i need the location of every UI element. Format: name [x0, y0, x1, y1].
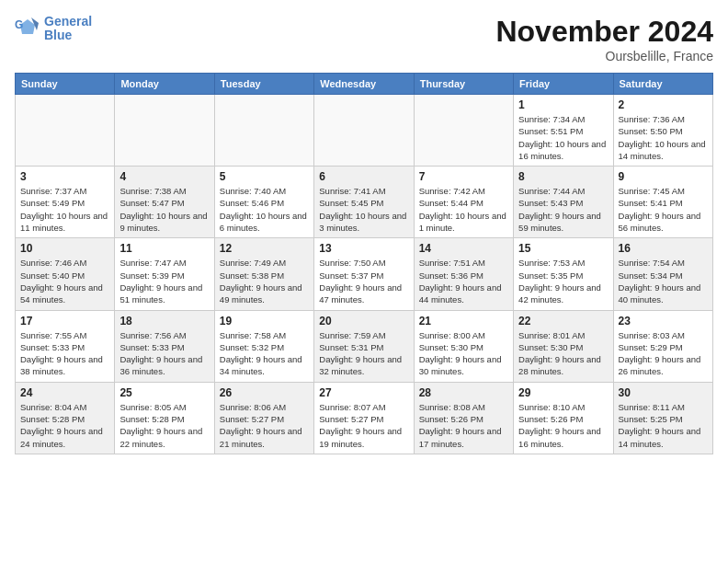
day-number: 1 [518, 98, 608, 111]
day-info: Sunrise: 7:59 AM Sunset: 5:31 PM Dayligh… [319, 329, 408, 378]
day-number: 18 [119, 315, 209, 327]
calendar-cell: 23Sunrise: 8:03 AM Sunset: 5:29 PM Dayli… [613, 310, 712, 382]
week-row-1: 1Sunrise: 7:34 AM Sunset: 5:51 PM Daylig… [16, 95, 713, 167]
day-info: Sunrise: 8:06 AM Sunset: 5:27 PM Dayligh… [220, 401, 309, 450]
day-number: 2 [619, 98, 708, 111]
day-info: Sunrise: 7:45 AM Sunset: 5:41 PM Dayligh… [619, 185, 708, 234]
calendar-cell: 14Sunrise: 7:51 AM Sunset: 5:36 PM Dayli… [414, 238, 513, 310]
day-info: Sunrise: 7:56 AM Sunset: 5:33 PM Dayligh… [119, 329, 209, 378]
month-title: November 2024 [495, 15, 713, 49]
calendar-cell: 12Sunrise: 7:49 AM Sunset: 5:38 PM Dayli… [214, 238, 313, 310]
day-number: 30 [619, 386, 708, 399]
day-number: 13 [319, 242, 408, 255]
calendar-cell: 13Sunrise: 7:50 AM Sunset: 5:37 PM Dayli… [314, 238, 414, 310]
day-info: Sunrise: 7:49 AM Sunset: 5:38 PM Dayligh… [220, 257, 309, 305]
col-friday: Friday [514, 74, 613, 95]
col-monday: Monday [115, 74, 214, 95]
day-number: 26 [220, 386, 309, 399]
day-number: 20 [319, 315, 408, 327]
col-wednesday: Wednesday [314, 74, 414, 95]
day-info: Sunrise: 7:38 AM Sunset: 5:47 PM Dayligh… [119, 185, 209, 234]
col-thursday: Thursday [414, 74, 513, 95]
calendar-cell: 21Sunrise: 8:00 AM Sunset: 5:30 PM Dayli… [414, 310, 513, 382]
calendar-cell [16, 95, 115, 167]
day-info: Sunrise: 8:00 AM Sunset: 5:30 PM Dayligh… [419, 329, 508, 378]
calendar-page: G General Blue November 2024 Oursbelille… [0, 0, 728, 563]
calendar-cell: 17Sunrise: 7:55 AM Sunset: 5:33 PM Dayli… [16, 310, 115, 382]
calendar-cell: 20Sunrise: 7:59 AM Sunset: 5:31 PM Dayli… [314, 310, 414, 382]
calendar-cell: 10Sunrise: 7:46 AM Sunset: 5:40 PM Dayli… [16, 238, 115, 310]
week-row-2: 3Sunrise: 7:37 AM Sunset: 5:49 PM Daylig… [16, 167, 713, 238]
day-number: 9 [619, 170, 708, 183]
day-number: 11 [119, 242, 209, 255]
calendar-cell: 1Sunrise: 7:34 AM Sunset: 5:51 PM Daylig… [514, 95, 613, 167]
day-number: 27 [319, 386, 408, 399]
page-header: G General Blue November 2024 Oursbelille… [15, 15, 713, 63]
day-info: Sunrise: 7:44 AM Sunset: 5:43 PM Dayligh… [518, 185, 608, 234]
day-info: Sunrise: 8:05 AM Sunset: 5:28 PM Dayligh… [119, 401, 209, 450]
week-row-4: 17Sunrise: 7:55 AM Sunset: 5:33 PM Dayli… [16, 310, 713, 382]
calendar-cell [115, 95, 214, 167]
day-info: Sunrise: 8:08 AM Sunset: 5:26 PM Dayligh… [419, 401, 508, 450]
calendar-cell: 15Sunrise: 7:53 AM Sunset: 5:35 PM Dayli… [514, 238, 613, 310]
header-row: Sunday Monday Tuesday Wednesday Thursday… [16, 74, 713, 95]
calendar-cell [414, 95, 513, 167]
location: Oursbelille, France [495, 49, 713, 63]
day-number: 6 [319, 170, 408, 183]
calendar-cell: 22Sunrise: 8:01 AM Sunset: 5:30 PM Dayli… [514, 310, 613, 382]
calendar-cell: 9Sunrise: 7:45 AM Sunset: 5:41 PM Daylig… [613, 167, 712, 238]
day-info: Sunrise: 7:58 AM Sunset: 5:32 PM Dayligh… [220, 329, 309, 378]
calendar-cell: 24Sunrise: 8:04 AM Sunset: 5:28 PM Dayli… [16, 382, 115, 454]
day-number: 15 [518, 242, 608, 255]
day-info: Sunrise: 7:34 AM Sunset: 5:51 PM Dayligh… [518, 113, 608, 162]
day-info: Sunrise: 8:03 AM Sunset: 5:29 PM Dayligh… [619, 329, 708, 378]
calendar-cell: 19Sunrise: 7:58 AM Sunset: 5:32 PM Dayli… [214, 310, 313, 382]
day-info: Sunrise: 7:54 AM Sunset: 5:34 PM Dayligh… [619, 257, 708, 305]
day-number: 8 [518, 170, 608, 183]
day-number: 29 [518, 386, 608, 399]
logo-icon: G [15, 16, 40, 41]
day-info: Sunrise: 7:46 AM Sunset: 5:40 PM Dayligh… [20, 257, 109, 305]
day-number: 16 [619, 242, 708, 255]
day-number: 12 [220, 242, 309, 255]
day-info: Sunrise: 7:41 AM Sunset: 5:45 PM Dayligh… [319, 185, 408, 234]
title-block: November 2024 Oursbelille, France [495, 15, 713, 63]
day-number: 25 [119, 386, 209, 399]
calendar-table: Sunday Monday Tuesday Wednesday Thursday… [15, 73, 713, 454]
day-number: 5 [220, 170, 309, 183]
day-number: 22 [518, 315, 608, 327]
calendar-cell: 26Sunrise: 8:06 AM Sunset: 5:27 PM Dayli… [214, 382, 313, 454]
day-info: Sunrise: 7:53 AM Sunset: 5:35 PM Dayligh… [518, 257, 608, 305]
day-info: Sunrise: 7:51 AM Sunset: 5:36 PM Dayligh… [419, 257, 508, 305]
day-number: 21 [419, 315, 508, 327]
day-info: Sunrise: 7:42 AM Sunset: 5:44 PM Dayligh… [419, 185, 508, 234]
day-number: 14 [419, 242, 508, 255]
calendar-cell [214, 95, 313, 167]
calendar-cell: 18Sunrise: 7:56 AM Sunset: 5:33 PM Dayli… [115, 310, 214, 382]
calendar-cell: 7Sunrise: 7:42 AM Sunset: 5:44 PM Daylig… [414, 167, 513, 238]
calendar-cell: 11Sunrise: 7:47 AM Sunset: 5:39 PM Dayli… [115, 238, 214, 310]
day-info: Sunrise: 7:47 AM Sunset: 5:39 PM Dayligh… [119, 257, 209, 305]
day-number: 19 [220, 315, 309, 327]
calendar-cell: 30Sunrise: 8:11 AM Sunset: 5:25 PM Dayli… [613, 382, 712, 454]
day-info: Sunrise: 8:10 AM Sunset: 5:26 PM Dayligh… [518, 401, 608, 450]
calendar-cell: 2Sunrise: 7:36 AM Sunset: 5:50 PM Daylig… [613, 95, 712, 167]
day-number: 24 [20, 386, 109, 399]
calendar-cell: 29Sunrise: 8:10 AM Sunset: 5:26 PM Dayli… [514, 382, 613, 454]
calendar-cell: 3Sunrise: 7:37 AM Sunset: 5:49 PM Daylig… [16, 167, 115, 238]
calendar-cell: 25Sunrise: 8:05 AM Sunset: 5:28 PM Dayli… [115, 382, 214, 454]
calendar-cell: 6Sunrise: 7:41 AM Sunset: 5:45 PM Daylig… [314, 167, 414, 238]
day-info: Sunrise: 8:04 AM Sunset: 5:28 PM Dayligh… [20, 401, 109, 450]
calendar-cell [314, 95, 414, 167]
day-number: 17 [20, 315, 109, 327]
logo-text-blue: Blue [44, 28, 72, 42]
day-info: Sunrise: 8:01 AM Sunset: 5:30 PM Dayligh… [518, 329, 608, 378]
day-info: Sunrise: 7:40 AM Sunset: 5:46 PM Dayligh… [220, 185, 309, 234]
day-number: 7 [419, 170, 508, 183]
day-number: 23 [619, 315, 708, 327]
calendar-cell: 8Sunrise: 7:44 AM Sunset: 5:43 PM Daylig… [514, 167, 613, 238]
col-tuesday: Tuesday [214, 74, 313, 95]
day-info: Sunrise: 7:36 AM Sunset: 5:50 PM Dayligh… [619, 113, 708, 162]
day-number: 28 [419, 386, 508, 399]
day-number: 10 [20, 242, 109, 255]
